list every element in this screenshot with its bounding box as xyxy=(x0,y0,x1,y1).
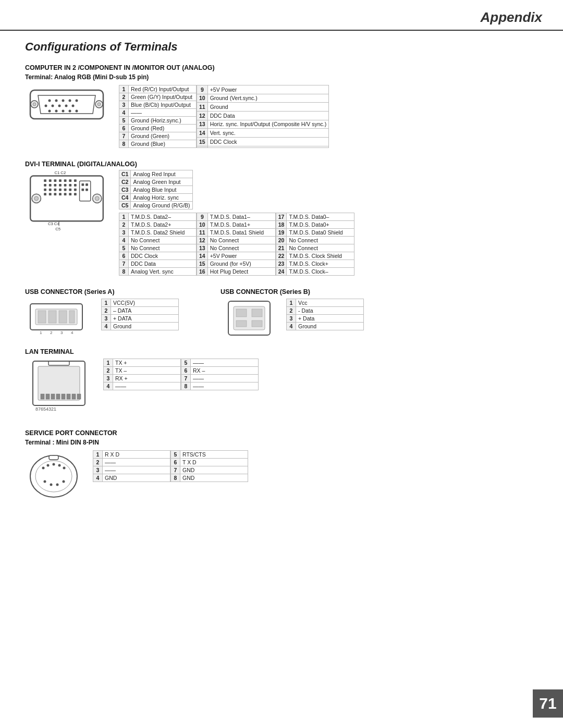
pin-label: T.M.D.S. Clock– xyxy=(287,268,354,276)
table-row: 5No Connect xyxy=(119,244,197,252)
svg-point-7 xyxy=(55,100,58,102)
table-row: 3RX + xyxy=(104,375,181,382)
table-row: 7DDC Data xyxy=(119,260,197,268)
pin-label: No Connect xyxy=(207,244,275,252)
pin-label: TX – xyxy=(113,367,181,375)
pin-number: 5 xyxy=(119,117,129,125)
pin-number: 9 xyxy=(197,85,208,94)
svg-rect-57 xyxy=(85,183,88,186)
lan-svg: 87654321 xyxy=(25,359,93,416)
page-title: Configurations of Terminals xyxy=(25,40,538,54)
table-row: 10Ground (Vert.sync.) xyxy=(197,94,329,103)
svg-rect-54 xyxy=(74,193,77,195)
pin-number: 24 xyxy=(276,268,287,276)
svg-text:87654321: 87654321 xyxy=(35,406,56,412)
table-row: 16Hot Plug Detect xyxy=(197,268,276,276)
pin-number: 3 xyxy=(287,315,296,323)
pin-number: 1 xyxy=(104,359,113,367)
pin-label: —— xyxy=(191,359,259,367)
svg-point-15 xyxy=(72,105,75,107)
pin-number xyxy=(197,146,208,147)
pin-number: 8 xyxy=(181,382,191,390)
pin-label: T.M.D.S. Clock Shield xyxy=(287,252,354,260)
table-row: 3—— xyxy=(93,466,170,474)
svg-rect-86 xyxy=(56,394,60,399)
pin-number: 4 xyxy=(119,109,129,117)
svg-rect-66 xyxy=(38,311,46,323)
table-row: 14+5V Power xyxy=(197,252,276,260)
table-row: 23T.M.D.S. Clock+ xyxy=(276,260,354,268)
table-row: 4Ground xyxy=(287,323,364,330)
pin-number: 19 xyxy=(276,229,287,237)
dvi-pins-col3: 17T.M.D.S. Data0–18T.M.D.S. Data0+19T.M.… xyxy=(276,213,355,276)
pin-number: 23 xyxy=(276,260,287,268)
usb-b-pins: 1Vcc2- Data3+ Data4Ground xyxy=(286,299,364,330)
pin-label: RX + xyxy=(113,375,181,382)
pin-number: 14 xyxy=(197,129,208,138)
pin-label: - Data xyxy=(296,307,364,315)
pin-label: Ground (for +5V) xyxy=(207,260,275,268)
dvi-diagram: C1 C2 xyxy=(25,170,108,239)
pin-number: 20 xyxy=(276,237,287,244)
svg-point-13 xyxy=(58,105,61,107)
table-row: C2Analog Green Input xyxy=(119,178,193,186)
pin-label: Ground (Blue) xyxy=(129,140,197,148)
pin-number: 5 xyxy=(181,359,191,367)
usb-a-content: USB CONNECTOR (Series A) 1 2 3 4 xyxy=(25,288,179,338)
svg-rect-85 xyxy=(51,394,55,399)
pin-label: Vert. sync. xyxy=(207,129,329,138)
table-row: 2Green (G/Y) Input/Output xyxy=(119,93,197,101)
pin-label: Analog Red Input xyxy=(131,170,192,178)
svg-point-3 xyxy=(33,103,36,106)
pin-label: No Connect xyxy=(287,237,354,244)
svg-rect-79 xyxy=(252,320,262,327)
svg-rect-83 xyxy=(41,394,44,399)
svg-point-16 xyxy=(48,110,51,113)
table-row: 4—— xyxy=(119,109,197,117)
service-sub-heading: Terminal : Mini DIN 8-PIN xyxy=(25,439,538,446)
table-row: 10T.M.D.S. Data1+ xyxy=(197,221,276,229)
svg-text:C3  C4: C3 C4 xyxy=(48,221,60,226)
svg-rect-67 xyxy=(48,311,56,323)
svg-rect-44 xyxy=(59,189,62,191)
pin-number: 17 xyxy=(276,213,287,221)
pin-number: 5 xyxy=(171,451,180,459)
pin-label: T.M.D.S. Data2+ xyxy=(129,221,197,229)
table-row: 15Ground (for +5V) xyxy=(197,260,276,268)
pin-label: No Connect xyxy=(129,237,197,244)
pin-number: 15 xyxy=(197,137,208,146)
svg-point-102 xyxy=(56,484,59,486)
svg-point-8 xyxy=(62,100,65,102)
svg-rect-46 xyxy=(69,189,71,191)
table-row: C5Analog Ground (R/G/B) xyxy=(119,202,193,209)
pin-label: + DATA xyxy=(111,315,179,323)
svg-rect-36 xyxy=(54,184,56,187)
pin-label: Ground xyxy=(207,103,329,112)
pin-label: T.M.D.S. Data1+ xyxy=(207,221,275,229)
page-number: 71 xyxy=(533,689,563,718)
pin-number: 4 xyxy=(104,382,113,390)
pin-number: 2 xyxy=(119,93,129,101)
table-row: 7—— xyxy=(181,375,259,382)
pin-label: VCC(5V) xyxy=(111,299,179,307)
pin-label: T.M.D.S. Data0– xyxy=(287,213,354,221)
pin-number: C4 xyxy=(119,194,131,202)
pin-label: T.M.D.S. Data0+ xyxy=(287,221,354,229)
table-row: 12DDC Data xyxy=(197,111,329,120)
service-pins-left: 1R X D2——3——4GND xyxy=(93,450,170,482)
table-row: 5RTS/CTS xyxy=(171,451,248,459)
table-row: 3T.M.D.S. Data2 Shield xyxy=(119,229,197,237)
table-row: 1Vcc xyxy=(287,299,364,307)
pin-number: 7 xyxy=(119,132,129,140)
svg-point-6 xyxy=(48,100,51,102)
svg-point-92 xyxy=(30,455,77,497)
svg-text:4: 4 xyxy=(71,330,74,335)
pin-label: R X D xyxy=(103,451,170,459)
analog-pin-tables: 1Red (R/Cr) Input/Output2Green (G/Y) Inp… xyxy=(119,85,329,148)
pin-number: 8 xyxy=(171,474,180,482)
svg-point-5 xyxy=(97,103,101,106)
svg-rect-50 xyxy=(54,193,56,195)
svg-rect-88 xyxy=(67,394,70,399)
svg-point-99 xyxy=(63,467,66,470)
pin-label: —— xyxy=(103,459,170,466)
